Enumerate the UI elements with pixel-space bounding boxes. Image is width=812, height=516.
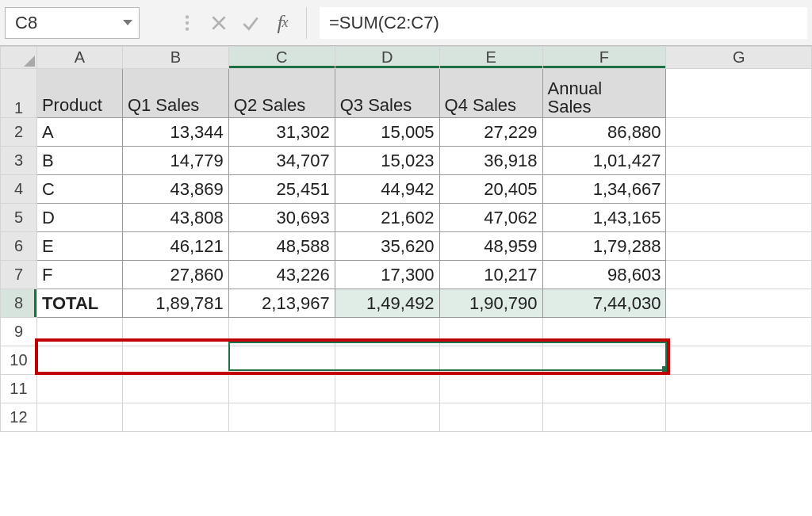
cell-C11[interactable] bbox=[228, 375, 335, 403]
cell-G12[interactable] bbox=[666, 403, 812, 432]
enter-icon[interactable] bbox=[235, 7, 266, 39]
cell-G6[interactable] bbox=[666, 232, 812, 261]
name-box-dropdown-icon[interactable] bbox=[123, 20, 132, 25]
cell-C12[interactable] bbox=[228, 403, 335, 432]
fx-icon[interactable]: fx bbox=[266, 7, 298, 39]
cell-B11[interactable] bbox=[122, 375, 228, 403]
row-header-10[interactable]: 10 bbox=[1, 346, 37, 375]
cell-F1[interactable]: Annual Sales bbox=[542, 69, 666, 118]
col-header-G[interactable]: G bbox=[666, 47, 812, 69]
cell-G7[interactable] bbox=[666, 261, 812, 289]
row-header-9[interactable]: 9 bbox=[1, 318, 37, 346]
cell-F12[interactable] bbox=[542, 403, 666, 432]
cell-C10[interactable] bbox=[228, 346, 335, 375]
cell-C7[interactable]: 43,226 bbox=[228, 261, 335, 289]
row-header-5[interactable]: 5 bbox=[1, 204, 37, 232]
cell-E5[interactable]: 47,062 bbox=[439, 204, 542, 232]
cell-A8[interactable]: TOTAL bbox=[36, 289, 122, 318]
cell-A5[interactable]: D bbox=[36, 204, 122, 232]
cell-C5[interactable]: 30,693 bbox=[228, 204, 335, 232]
cell-G10[interactable] bbox=[666, 346, 812, 375]
cell-B4[interactable]: 43,869 bbox=[122, 175, 228, 204]
cell-D5[interactable]: 21,602 bbox=[335, 204, 439, 232]
cell-G9[interactable] bbox=[666, 318, 812, 346]
cell-B5[interactable]: 43,808 bbox=[122, 204, 228, 232]
cell-B3[interactable]: 14,779 bbox=[122, 147, 228, 175]
formula-input[interactable]: =SUM(C2:C7) bbox=[320, 7, 807, 39]
cell-D3[interactable]: 15,023 bbox=[335, 147, 439, 175]
row-header-7[interactable]: 7 bbox=[1, 261, 37, 289]
row-header-3[interactable]: 3 bbox=[1, 147, 37, 175]
row-header-2[interactable]: 2 bbox=[1, 118, 37, 147]
col-header-A[interactable]: A bbox=[36, 47, 122, 69]
cell-F11[interactable] bbox=[542, 375, 666, 403]
cell-F4[interactable]: 1,34,667 bbox=[542, 175, 666, 204]
cell-F9[interactable] bbox=[542, 318, 666, 346]
cell-F2[interactable]: 86,880 bbox=[542, 118, 666, 147]
row-header-4[interactable]: 4 bbox=[1, 175, 37, 204]
cell-C2[interactable]: 31,302 bbox=[228, 118, 335, 147]
cell-E11[interactable] bbox=[439, 375, 542, 403]
select-all-corner[interactable] bbox=[1, 47, 37, 69]
cell-E3[interactable]: 36,918 bbox=[439, 147, 542, 175]
cell-D2[interactable]: 15,005 bbox=[335, 118, 439, 147]
cell-G8[interactable] bbox=[666, 289, 812, 318]
cell-D4[interactable]: 44,942 bbox=[335, 175, 439, 204]
row-header-12[interactable]: 12 bbox=[1, 403, 37, 432]
cell-G4[interactable] bbox=[666, 175, 812, 204]
cell-F8[interactable]: 7,44,030 bbox=[542, 289, 666, 318]
cell-D12[interactable] bbox=[335, 403, 439, 432]
col-header-F[interactable]: F bbox=[542, 47, 666, 69]
cell-D8[interactable]: 1,49,492 bbox=[335, 289, 439, 318]
cancel-icon[interactable] bbox=[203, 7, 235, 39]
col-header-D[interactable]: D bbox=[335, 47, 439, 69]
cell-C8[interactable]: 2,13,967 bbox=[228, 289, 335, 318]
cell-C6[interactable]: 48,588 bbox=[228, 232, 335, 261]
cell-A12[interactable] bbox=[36, 403, 122, 432]
cell-A3[interactable]: B bbox=[36, 147, 122, 175]
cell-D6[interactable]: 35,620 bbox=[335, 232, 439, 261]
cell-A4[interactable]: C bbox=[36, 175, 122, 204]
spreadsheet-grid[interactable]: A B C D E F G 1 Product Q1 Sales Q2 Sale… bbox=[0, 46, 812, 516]
cell-A7[interactable]: F bbox=[36, 261, 122, 289]
cell-F3[interactable]: 1,01,427 bbox=[542, 147, 666, 175]
cell-G1[interactable] bbox=[666, 69, 812, 118]
cell-E4[interactable]: 20,405 bbox=[439, 175, 542, 204]
cell-G5[interactable] bbox=[666, 204, 812, 232]
row-header-1[interactable]: 1 bbox=[1, 69, 37, 118]
col-header-E[interactable]: E bbox=[439, 47, 542, 69]
cell-B9[interactable] bbox=[122, 318, 228, 346]
cell-A2[interactable]: A bbox=[36, 118, 122, 147]
cell-B6[interactable]: 46,121 bbox=[122, 232, 228, 261]
cell-E1[interactable]: Q4 Sales bbox=[439, 69, 542, 118]
cell-E9[interactable] bbox=[439, 318, 542, 346]
cell-C9[interactable] bbox=[228, 318, 335, 346]
cell-B2[interactable]: 13,344 bbox=[122, 118, 228, 147]
col-header-B[interactable]: B bbox=[122, 47, 228, 69]
cell-E6[interactable]: 48,959 bbox=[439, 232, 542, 261]
col-header-C[interactable]: C bbox=[228, 47, 335, 69]
cell-A11[interactable] bbox=[36, 375, 122, 403]
cell-C4[interactable]: 25,451 bbox=[228, 175, 335, 204]
cell-F6[interactable]: 1,79,288 bbox=[542, 232, 666, 261]
cell-F10[interactable] bbox=[542, 346, 666, 375]
row-header-8[interactable]: 8 bbox=[1, 289, 37, 318]
cell-D11[interactable] bbox=[335, 375, 439, 403]
cell-B8[interactable]: 1,89,781 bbox=[122, 289, 228, 318]
cell-A10[interactable] bbox=[36, 346, 122, 375]
cell-C1[interactable]: Q2 Sales bbox=[228, 69, 335, 118]
row-header-11[interactable]: 11 bbox=[1, 375, 37, 403]
cell-E8[interactable]: 1,90,790 bbox=[439, 289, 542, 318]
row-header-6[interactable]: 6 bbox=[1, 232, 37, 261]
cell-D9[interactable] bbox=[335, 318, 439, 346]
cell-A1[interactable]: Product bbox=[36, 69, 122, 118]
cell-D7[interactable]: 17,300 bbox=[335, 261, 439, 289]
cell-A9[interactable] bbox=[36, 318, 122, 346]
cell-G3[interactable] bbox=[666, 147, 812, 175]
cell-C3[interactable]: 34,707 bbox=[228, 147, 335, 175]
cell-E12[interactable] bbox=[439, 403, 542, 432]
cell-F5[interactable]: 1,43,165 bbox=[542, 204, 666, 232]
cell-E2[interactable]: 27,229 bbox=[439, 118, 542, 147]
cell-B12[interactable] bbox=[122, 403, 228, 432]
name-box[interactable]: C8 bbox=[5, 7, 140, 39]
